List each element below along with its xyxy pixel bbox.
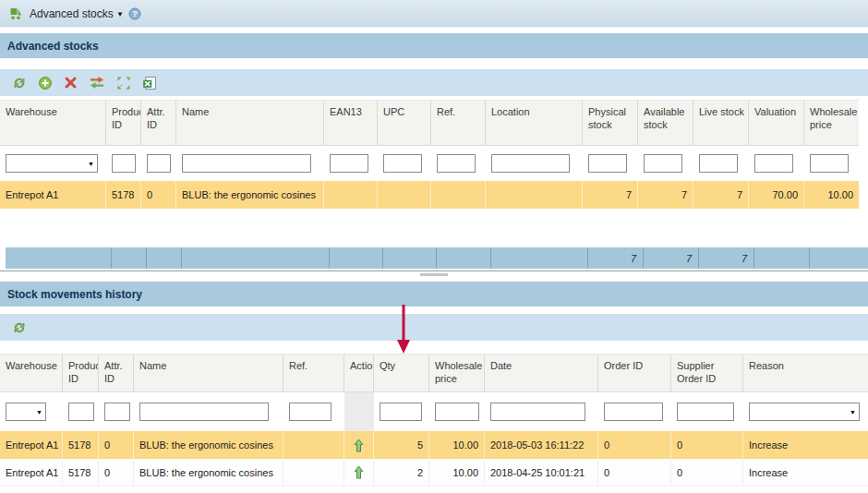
add-button[interactable]: [38, 76, 53, 90]
column-header-valuation: Valuation: [749, 101, 804, 145]
column-header-warehouse: Warehouse: [0, 101, 106, 145]
filter-cell-name: [176, 146, 324, 181]
help-icon[interactable]: ?: [128, 7, 141, 20]
cell-date: 2018-05-03 16:11:22: [485, 431, 598, 459]
filter-upc-input[interactable]: [383, 154, 422, 173]
filter-reason-select[interactable]: ▼: [749, 403, 860, 421]
cell-name: BLUB: the ergonomic cosines: [134, 431, 283, 459]
cell-wholesale-price: 10.00: [804, 181, 859, 209]
increase-arrow-icon: [344, 459, 374, 486]
totals-cell-warehouse: [6, 247, 112, 269]
column-header-warehouse: Warehouse: [0, 355, 63, 391]
select-caret-icon: ▼: [88, 161, 94, 167]
filter-attr-id-input[interactable]: [147, 154, 171, 173]
cell-date: 2018-04-25 10:01:21: [485, 459, 598, 486]
expand-button[interactable]: [116, 76, 131, 90]
filter-cell-ref: [283, 392, 344, 431]
cell-ref: [283, 431, 344, 459]
filter-qty-input[interactable]: [380, 403, 422, 421]
transfer-button[interactable]: [89, 76, 105, 90]
filter-cell-location: [486, 146, 583, 181]
filter-cell-physical-stock: [583, 146, 638, 181]
filter-valuation-input[interactable]: [754, 154, 793, 173]
filter-wholesale-price-input[interactable]: [810, 154, 849, 173]
cell-location: [486, 181, 583, 209]
totals-cell-wholesale-price: [810, 247, 864, 269]
table-header-row: WarehouseProduct IDAttr. IDNameRef.Actio…: [0, 354, 868, 392]
cell-warehouse: Entrepot A1: [0, 431, 63, 459]
column-header-live-stock: Live stock: [693, 101, 749, 145]
filter-product-id-input[interactable]: [68, 403, 94, 421]
column-header-attr-id: Attr. ID: [99, 355, 134, 391]
filter-supplier-order-id-input[interactable]: [677, 403, 734, 421]
filter-cell-date: [485, 392, 598, 431]
filter-order-id-input[interactable]: [604, 403, 663, 421]
filter-cell-qty: [374, 392, 429, 431]
column-header-available-stock: Available stock: [638, 101, 693, 145]
filter-warehouse-select[interactable]: ▼: [6, 403, 46, 421]
filter-warehouse-select[interactable]: ▼: [6, 154, 98, 173]
filter-cell-reason: ▼: [743, 392, 868, 431]
filter-name-input[interactable]: [139, 403, 269, 421]
section-header-advanced-stocks: Advanced stocks: [0, 33, 868, 58]
cell-attr-id: 0: [141, 181, 176, 209]
refresh-button[interactable]: [12, 76, 27, 90]
cell-name: BLUB: the ergonomic cosines: [134, 459, 283, 486]
cell-valuation: 70.00: [749, 181, 804, 209]
filter-attr-id-input[interactable]: [104, 403, 130, 421]
column-header-product-id: Product ID: [63, 355, 99, 391]
column-header-location: Location: [486, 101, 583, 145]
filter-cell-valuation: [749, 146, 804, 181]
filter-row: ▼▼: [0, 392, 868, 431]
filter-live-stock-input[interactable]: [699, 154, 738, 173]
filter-ref-input[interactable]: [437, 154, 476, 173]
filter-cell-supplier-order-id: [671, 392, 743, 431]
refresh-button[interactable]: [12, 320, 27, 335]
cell-warehouse: Entrepot A1: [0, 181, 106, 209]
filter-cell-live-stock: [693, 146, 749, 181]
delete-button[interactable]: [64, 76, 78, 90]
totals-cell-attr-id: [147, 247, 182, 269]
cell-product-id: 5178: [63, 431, 99, 459]
cell-wholesale-price: 10.00: [429, 459, 485, 486]
section-title: Advanced stocks: [7, 40, 99, 53]
filter-cell-warehouse: ▼: [0, 146, 106, 181]
filter-cell-wholesale-price: [429, 392, 485, 431]
chevron-down-icon[interactable]: ▾: [118, 9, 123, 18]
cell-ref: [283, 459, 344, 486]
cell-product-id: 5178: [63, 459, 99, 486]
select-caret-icon: ▼: [850, 409, 856, 415]
cell-order-id: 0: [598, 459, 671, 486]
filter-name-input[interactable]: [182, 154, 311, 173]
filter-cell-wholesale-price: [804, 146, 859, 181]
stock-movements-table: WarehouseProduct IDAttr. IDNameRef.Actio…: [0, 354, 868, 487]
tab-title[interactable]: Advanced stocks: [30, 7, 114, 20]
filter-wholesale-price-input[interactable]: [435, 403, 479, 421]
totals-cell-location: [491, 247, 588, 269]
cell-attr-id: 0: [99, 431, 134, 459]
filter-ref-input[interactable]: [289, 403, 332, 421]
filter-ean13-input[interactable]: [330, 154, 368, 173]
column-header-reason: Reason: [743, 355, 868, 391]
filter-location-input[interactable]: [491, 154, 570, 173]
table-row: Entrepot A151780BLUB: the ergonomic cosi…: [0, 181, 859, 209]
filter-available-stock-input[interactable]: [644, 154, 682, 173]
column-header-supplier-order-id: Supplier Order ID: [671, 355, 743, 391]
filter-date-input[interactable]: [490, 403, 585, 421]
totals-cell-physical-stock: 7: [588, 247, 644, 269]
totals-cell-live-stock: 7: [699, 247, 754, 269]
column-header-physical-stock: Physical stock: [583, 101, 638, 145]
column-header-upc: UPC: [378, 101, 431, 145]
cell-supplier-order-id: 0: [671, 431, 743, 459]
cell-supplier-order-id: 0: [671, 459, 743, 486]
export-excel-button[interactable]: [142, 76, 157, 90]
column-header-ref: Ref.: [283, 355, 344, 391]
filter-physical-stock-input[interactable]: [588, 154, 627, 173]
filter-product-id-input[interactable]: [112, 154, 136, 173]
toolbar-stock-movements: [0, 314, 868, 341]
resize-handle[interactable]: [420, 273, 448, 276]
increase-arrow-icon: [344, 431, 374, 459]
cell-attr-id: 0: [99, 459, 134, 486]
filter-cell-name: [134, 392, 283, 431]
table-row: Entrepot A151780BLUB: the ergonomic cosi…: [0, 431, 868, 459]
